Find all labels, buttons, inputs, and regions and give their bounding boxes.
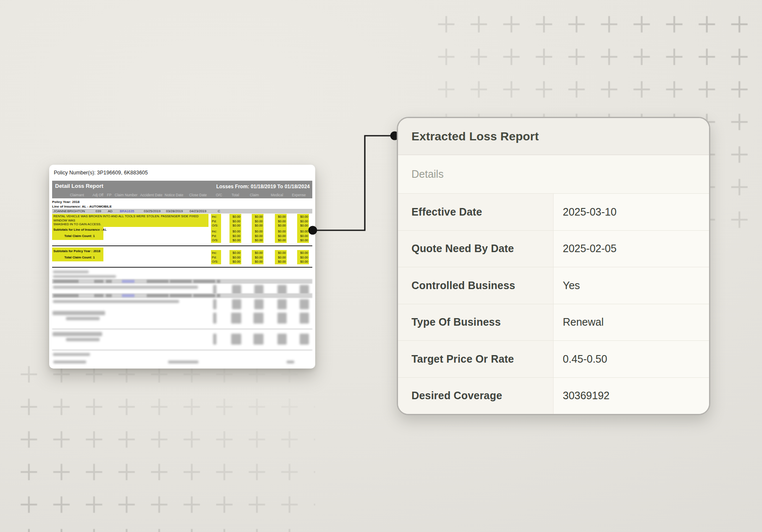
- detail-row-desired-coverage: Desired Coverage 30369192: [398, 378, 709, 414]
- claimant-last-name: BRIGHTON: [67, 209, 85, 213]
- plus-pattern-bottom-left: [13, 358, 315, 532]
- column-header-oc: O/C: [216, 193, 222, 197]
- detail-label: Desired Coverage: [398, 378, 554, 414]
- detail-row-controlled-business: Controlled Business Yes: [398, 267, 709, 304]
- column-header-accident-date: Accident Date: [140, 193, 163, 197]
- detail-row-type-of-business: Type Of Business Renewal: [398, 304, 709, 341]
- detail-value: 2025-02-05: [554, 231, 709, 267]
- connector-dot-start: [308, 226, 317, 235]
- card-header: Extracted Loss Report: [398, 118, 709, 155]
- canvas: Policy Number(s): 3P196609, 6K883605 Det…: [0, 0, 762, 532]
- column-header-claim-number: Claim Number: [115, 193, 137, 197]
- claim-notice-date: 03/28/2019: [166, 209, 183, 213]
- detail-value: 30369192: [554, 378, 709, 414]
- subtotal-year-amounts: Inc:Pd:O/S: $0.00$0.00$0.00 $0.00$0.00$0…: [49, 250, 315, 264]
- policy-year-label: Policy Year: 2018: [52, 200, 79, 204]
- column-header-expense: Expense: [292, 193, 306, 197]
- detail-row-effective-date: Effective Date 2025-03-10: [398, 194, 709, 231]
- detail-label: Controlled Business: [398, 267, 554, 304]
- amount-labels-column: Inc:Pd:O/S:: [211, 229, 221, 243]
- claim-oc-flag: C: [218, 209, 220, 213]
- details-section-label: Details: [411, 168, 443, 180]
- subtotal-loi-amounts: Inc:Pd:O/S: $0.00$0.00$0.00 $0.00$0.00$0…: [49, 229, 315, 243]
- detail-row-quote-need-by-date: Quote Need By Date 2025-02-05: [398, 231, 709, 268]
- line-of-insurance-label: Line of Insurance: AL - AUTOMOBILE: [52, 205, 112, 208]
- column-header-adj-off: Adj Off: [92, 193, 103, 197]
- claim-fp: AD: [108, 209, 112, 213]
- report-title: Detail Loss Report: [55, 183, 103, 189]
- detail-label: Target Price Or Rate: [398, 341, 554, 377]
- claim-accident-date: 03/25/2019: [144, 209, 161, 213]
- losses-date-range: Losses From: 01/18/2019 To 01/18/2024: [216, 184, 310, 190]
- detail-value: Yes: [554, 267, 709, 304]
- claimant-first-name: JOANNE: [53, 209, 67, 213]
- extracted-loss-report-card: Extracted Loss Report Details Effective …: [397, 117, 710, 415]
- amount-medical-column: $0.00$0.00$0.00: [275, 214, 287, 229]
- section-divider: [52, 245, 312, 246]
- amount-total-column: $0.00$0.00$0.00: [229, 229, 241, 243]
- policy-numbers: Policy Number(s): 3P196609, 6K883605: [54, 170, 148, 176]
- claim-adj-off: 039: [95, 209, 101, 213]
- column-header-medical: Medical: [271, 193, 283, 197]
- details-section-header: Details: [398, 155, 709, 194]
- report-header-band: Detail Loss Report Losses From: 01/18/20…: [52, 181, 312, 198]
- amount-labels-column: Inc:Pd:O/S:: [211, 214, 221, 229]
- detail-label: Type Of Business: [398, 304, 554, 341]
- section-divider: [52, 267, 312, 268]
- card-title: Extracted Loss Report: [411, 130, 539, 143]
- column-header-total: Total: [232, 193, 239, 197]
- amount-total-column: $0.00$0.00$0.00: [229, 250, 241, 264]
- amount-claim-column: $0.00$0.00$0.00: [252, 250, 264, 264]
- detail-label: Effective Date: [398, 194, 554, 230]
- detail-value: 0.45-0.50: [554, 341, 709, 377]
- column-header-notice-date: Notice Date: [165, 193, 183, 197]
- claim-number-link: BRA1635: [120, 209, 134, 213]
- column-header-claim: Claim: [250, 193, 259, 197]
- detail-value: 2025-03-10: [554, 194, 709, 230]
- connector-line: [307, 126, 401, 240]
- detail-value: Renewal: [554, 304, 709, 341]
- loss-report-document: Policy Number(s): 3P196609, 6K883605 Det…: [49, 165, 315, 369]
- detail-label: Quote Need By Date: [398, 231, 554, 267]
- claim-row: JOANNE BRIGHTON 039 AD BRA1635 03/25/201…: [52, 209, 312, 213]
- amount-expense-column: $0.00$0.00$0.00: [297, 250, 309, 264]
- claim-close-date: 04/23/2019: [190, 209, 206, 213]
- column-header-close-date: Close Date: [189, 193, 207, 197]
- amount-total-column: $0.00$0.00$0.00: [229, 214, 241, 229]
- amount-claim-column: $0.00$0.00$0.00: [252, 229, 264, 243]
- amount-labels-column: Inc:Pd:O/S:: [211, 250, 221, 264]
- column-header-fp: FP: [107, 193, 112, 197]
- amount-medical-column: $0.00$0.00$0.00: [275, 250, 287, 264]
- column-header-claimant: Claimant: [70, 193, 84, 197]
- amount-claim-column: $0.00$0.00$0.00: [252, 214, 264, 229]
- detail-row-target-price-or-rate: Target Price Or Rate 0.45-0.50: [398, 341, 709, 378]
- amount-medical-column: $0.00$0.00$0.00: [275, 229, 287, 243]
